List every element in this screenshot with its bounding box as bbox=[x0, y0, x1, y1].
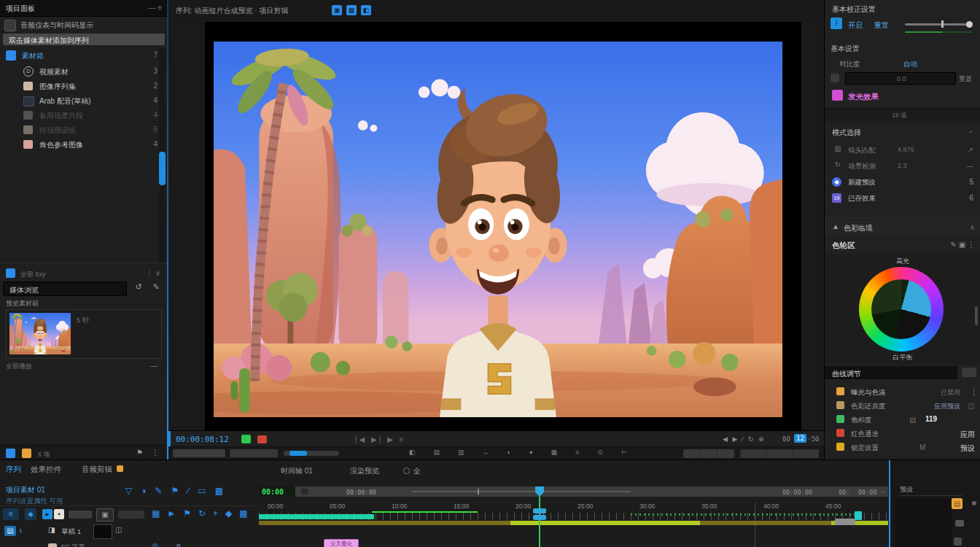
apply-button[interactable]: 应用 bbox=[960, 430, 975, 440]
enable-toggle[interactable]: 开启 bbox=[848, 20, 863, 31]
tab-timeline-01[interactable]: 时间轴 01 bbox=[281, 466, 313, 476]
add-marker-button[interactable]: ▪ bbox=[54, 509, 64, 519]
refresh-icon[interactable]: ↺ bbox=[133, 283, 144, 291]
curves-bar[interactable]: 曲线调节 bbox=[825, 366, 957, 379]
preset-preview-box[interactable] bbox=[895, 498, 952, 547]
selected-item-row[interactable]: 双击媒体素材添加到序列 bbox=[3, 34, 165, 45]
view-preset-group[interactable] bbox=[740, 449, 819, 458]
add-track-icon[interactable]: + bbox=[213, 509, 218, 518]
track-target-button[interactable]: ▤ bbox=[4, 526, 16, 536]
creative-section-header[interactable]: ▲ 色彩临境 ∧ bbox=[825, 217, 980, 236]
icon-view-icon[interactable] bbox=[22, 449, 31, 458]
more-options-icon[interactable]: ⋮ ∨ bbox=[146, 269, 160, 277]
linked-select-button[interactable]: ▸ bbox=[42, 509, 52, 519]
track-list-button[interactable]: ≡ bbox=[3, 508, 19, 520]
stop-red-button[interactable] bbox=[257, 435, 267, 443]
preset-row[interactable]: ◆ 新建预设 5 bbox=[825, 176, 980, 190]
scope-row-tail-icon[interactable]: ¦ bbox=[973, 388, 975, 396]
tab-audio-clip[interactable]: 音频剪辑 bbox=[82, 465, 112, 475]
transport-controls[interactable]: |◀ ▶| ▶ ≡ bbox=[355, 435, 405, 443]
video-canvas[interactable] bbox=[214, 42, 782, 417]
grid-icon[interactable]: ▤ bbox=[434, 449, 440, 456]
resolution-button[interactable] bbox=[173, 449, 225, 457]
track-tool-icon[interactable]: ▭ bbox=[198, 486, 206, 495]
video-track-label[interactable]: 草稿 1 bbox=[61, 527, 81, 537]
collapse-caret-icon[interactable]: ∧ bbox=[970, 223, 975, 231]
reset-button[interactable]: 重置 bbox=[874, 20, 889, 31]
preset-row[interactable]: ↻ 场景检测 2.3 — bbox=[825, 160, 980, 174]
slip-tool-icon[interactable]: ◑ bbox=[141, 486, 146, 495]
timeline-ruler[interactable]: 00:00 05:00 10:00 15:00 20:00 25:00 30:0… bbox=[259, 503, 888, 511]
preset-folder-icon[interactable]: ▤ bbox=[952, 498, 962, 509]
radio-dot-icon[interactable] bbox=[403, 468, 410, 474]
bin-row[interactable]: 素材箱 7 bbox=[0, 48, 168, 63]
monitor-settings-icon[interactable]: ▣ bbox=[332, 5, 342, 15]
edit-icon[interactable]: ✎ bbox=[150, 283, 162, 291]
tone-auto-button[interactable]: 自动 bbox=[903, 60, 917, 69]
timeline-timecode[interactable]: 00:00 bbox=[262, 488, 284, 496]
scope-row[interactable]: 红色通道 应用 bbox=[825, 427, 980, 441]
clipboard-icon[interactable]: ◫ bbox=[115, 527, 122, 534]
preset-row[interactable]: ▥ 镜头匹配 4.876 ↗ bbox=[825, 144, 980, 158]
current-timecode[interactable]: 00:00:08:12 bbox=[176, 435, 229, 444]
timeline-info-line1[interactable]: 项目素材 01 bbox=[6, 485, 45, 495]
tab-sequence[interactable]: 序列 bbox=[6, 465, 21, 475]
zoom-tool-icon[interactable]: ▩ bbox=[215, 486, 223, 495]
scope-row[interactable]: 锁定设置 M 预设 bbox=[825, 441, 980, 454]
snap-button[interactable]: ◈ bbox=[25, 508, 36, 520]
glow-effect-button[interactable]: 发光效果 bbox=[848, 92, 879, 102]
playback-nav-icons[interactable]: ◀ ▶ ∕ ↻ ⊕ bbox=[723, 435, 765, 443]
preset-button[interactable]: 预设 bbox=[960, 443, 975, 454]
keyframe-icon[interactable]: ◆ bbox=[225, 509, 232, 518]
menu-icon[interactable]: ≡ bbox=[575, 449, 579, 456]
scrub-track[interactable] bbox=[284, 451, 339, 456]
playhead-marker[interactable] bbox=[533, 508, 546, 513]
record-green-button[interactable] bbox=[241, 435, 251, 443]
glow-effect-icon[interactable] bbox=[832, 90, 843, 101]
scrub-progress[interactable] bbox=[289, 451, 307, 456]
quality-button[interactable] bbox=[230, 449, 278, 457]
browser-meta-row[interactable]: 全部 6xy ⋮ ∨ bbox=[0, 267, 168, 280]
panel-menu-icon[interactable]: — ≡ bbox=[148, 4, 162, 12]
bin-item[interactable]: 角色参考图像 4 bbox=[0, 137, 168, 152]
input-reset-button[interactable]: 重置 bbox=[959, 74, 972, 84]
scope-row[interactable]: 曝光与色温 已禁用 ¦ bbox=[825, 385, 980, 399]
presets-header[interactable]: 模式选择 bbox=[832, 128, 861, 138]
play-tool-icon[interactable]: ► bbox=[167, 509, 176, 518]
basic-section-header[interactable]: 基本设置 bbox=[831, 44, 860, 54]
intensity-slider-track[interactable] bbox=[905, 23, 972, 26]
timeline-header-bar[interactable]: 00:00 00:00:00 00:00:00 00: 00:00 ⌐ bbox=[259, 486, 888, 497]
preset-row-action[interactable]: ↗ bbox=[968, 146, 973, 154]
preset-row[interactable]: 19 已存效果 6 bbox=[825, 192, 980, 206]
slider-mid-handle[interactable] bbox=[941, 20, 944, 28]
compare-icon[interactable]: ↔ bbox=[483, 449, 489, 456]
scope-row-tail-icon[interactable]: ◫ bbox=[968, 402, 975, 410]
monitor-export-icon[interactable]: ◧ bbox=[361, 5, 371, 15]
caption-track-label[interactable]: FC 字幕 bbox=[61, 543, 85, 547]
duration-selected[interactable]: 12 bbox=[794, 434, 806, 443]
loop-tool-icon[interactable]: ↻ bbox=[198, 509, 206, 518]
grid-tool-icon[interactable]: ▦ bbox=[152, 509, 160, 518]
info-icon[interactable]: i bbox=[831, 18, 842, 29]
dropdown-box[interactable] bbox=[301, 489, 308, 494]
zoom-scroll-track[interactable] bbox=[412, 491, 631, 492]
loop-icon[interactable]: ⊙ bbox=[597, 449, 603, 456]
timeline-right-divider[interactable] bbox=[889, 460, 890, 547]
mini-icon-2[interactable] bbox=[954, 538, 962, 546]
scrollbar-thumb[interactable] bbox=[159, 152, 166, 185]
curves-options-button[interactable] bbox=[962, 368, 976, 377]
zoom-preset-group[interactable] bbox=[683, 449, 734, 458]
tab-effect-controls[interactable]: 效果控件 bbox=[31, 465, 61, 475]
cyan-marker[interactable] bbox=[855, 511, 862, 520]
tab-render-preview[interactable]: 渲染预览 bbox=[350, 466, 379, 476]
header-right-icon[interactable]: ⌐ bbox=[882, 489, 885, 495]
playhead-head[interactable] bbox=[535, 486, 544, 497]
list-view-icon[interactable] bbox=[6, 449, 15, 458]
timeline-scroll-handle[interactable] bbox=[835, 519, 855, 525]
safe-margins-icon[interactable]: ◧ bbox=[409, 449, 416, 456]
tab-extra[interactable]: 全 bbox=[413, 466, 421, 476]
presets-collapse-icon[interactable]: ⌐ bbox=[969, 128, 973, 136]
bin-item[interactable]: 图像序列集 2 bbox=[0, 79, 168, 93]
overflow-icon[interactable]: ⋮ bbox=[152, 449, 159, 457]
razor-tool-icon[interactable]: ▽ bbox=[125, 486, 132, 495]
